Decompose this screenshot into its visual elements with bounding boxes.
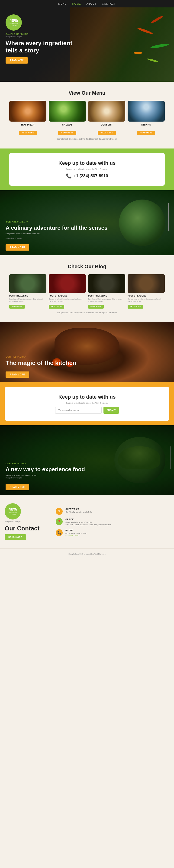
blog-sample-5: Sample small text. Lorem ipsum dolor sit… [49,298,86,303]
experience-sample: Sample text. Click to select the Text El… [6,474,85,476]
blog-headline-6: POST 6 HEADLINE [9,295,47,297]
keep-up-section-1: Keep up to date with us Sample text. Cli… [0,149,174,190]
email-input[interactable] [55,407,102,414]
experience-cta[interactable]: READ MORE [6,484,29,490]
nav-about[interactable]: ABOUT [87,2,96,5]
contact-img-credit: Image from Freepik [5,520,51,523]
phone-label: PHONE [65,529,86,532]
hero-label: SAMPLE HEADLINE [6,33,75,35]
drinks-label: DRINKS [127,123,165,126]
restaurant-section: OUR RESTAURANT A culinary adventure for … [0,190,174,255]
blog-sample-6: Sample small text. Lorem ipsum dolor sit… [9,298,47,303]
office-address: 100 Rock Street, 21 Avenue, New York, NY… [65,523,111,526]
keep-up-title-2: Keep up to date with us [9,394,165,400]
blog-img-3 [127,274,165,293]
hero-section: 40% BUSINESSLUNCH SAMPLE HEADLINE Image … [0,7,174,82]
nav-contact[interactable]: CONTACT [102,2,116,5]
kitchen-cta[interactable]: Read More [6,371,29,378]
experience-img-credit: Image from Freepik [6,477,85,479]
footer: Sample text. Click to select the Text El… [0,548,174,558]
experience-label: OUR RESTAURANT [6,462,85,465]
chat-text: Our friendly team is here to help. [65,511,92,513]
blog-title: Check Our Blog [5,264,169,270]
blog-post-4: POST 4 HEADLINE Sample small text. Lorem… [88,274,125,309]
hero-badge: 40% BUSINESSLUNCH [6,14,22,31]
kitchen-section: OUR RESTAURANT The magic of the kitchen … [0,322,174,382]
footer-text: Sample text. Click to select the Text El… [68,553,106,555]
submit-button[interactable]: SUBMIT [104,407,119,414]
restaurant-sample: Sample text. Click to select the Text El… [6,233,108,235]
blog-headline-4: POST 4 HEADLINE [88,295,125,297]
hero-title: Where every ingredient tells a story [6,40,75,54]
contact-chat: ✉ CHAT TO US Our friendly team is here t… [56,508,169,515]
phone-contact-icon: 📞 [56,529,63,536]
kitchen-content: OUR RESTAURANT The magic of the kitchen … [0,351,82,382]
keep-up-section-2: Keep up to date with us Sample text. Cli… [0,382,174,425]
blog-headline-3: POST 3 HEADLINE [127,295,165,297]
dessert-cta[interactable]: READ MORE [98,131,116,135]
navigation: MENU HOME ABOUT CONTACT [0,0,174,7]
menu-section: View Our Menu HOT PIZZA READ MORE SALADS… [0,82,174,149]
drinks-image [127,101,165,122]
keep-up-card-1: Keep up to date with us Sample text. Cli… [9,153,165,186]
keep-up-sample-1: Sample text. Click to select the Text El… [14,168,160,170]
hero-image [69,7,174,82]
phone-number-contact: +1234 567-8910 [65,535,86,537]
blog-cta-3[interactable]: READ MORE [127,305,143,309]
contact-grid: 40% BUSINESSLUNCH Image from Freepik Our… [5,503,169,540]
contact-left: 40% BUSINESSLUNCH Image from Freepik Our… [5,503,51,540]
blog-img-4 [88,274,125,293]
salad-label: SALADS [49,123,86,126]
keep-up-title-1: Keep up to date with us [14,160,160,166]
blog-headline-5: POST 5 HEADLINE [49,295,86,297]
blog-sample-4: Sample small text. Lorem ipsum dolor sit… [88,298,125,303]
pizza-cta[interactable]: READ MORE [19,131,37,135]
hero-img-credit: Image from Freepik [6,36,75,38]
nav-home[interactable]: HOME [72,2,81,5]
blog-img-6 [9,274,47,293]
hero-cta-button[interactable]: READ NOW [6,57,28,64]
location-icon: 📍 [56,518,63,525]
contact-right: ✉ CHAT TO US Our friendly team is here t… [56,503,169,540]
contact-title: Our Contact [5,525,51,532]
chat-label: CHAT TO US [65,508,92,510]
blog-sample-3: Sample small text. Lorem ipsum dolor sit… [127,298,165,303]
restaurant-cta[interactable]: Read More [6,244,29,251]
pizza-label: HOT PIZZA [9,123,47,126]
phone-number: +1 (234) 567-8910 [74,174,108,179]
experience-section: OUR RESTAURANT A new way to experience f… [0,425,174,495]
menu-item-salad: SALADS READ MORE [49,101,86,135]
phone-info: PHONE Mon-Fri from 8am to 5pm +1234 567-… [65,529,86,537]
drinks-cta[interactable]: READ MORE [137,131,155,135]
salad-image [49,101,86,122]
contact-section: 40% BUSINESSLUNCH Image from Freepik Our… [0,495,174,549]
dessert-image [88,101,125,122]
blog-post-3: POST 3 HEADLINE Sample small text. Lorem… [127,274,165,309]
hero-content: 40% BUSINESSLUNCH SAMPLE HEADLINE Image … [0,7,81,70]
phone-text: Mon-Fri from 8am to 5pm [65,532,86,535]
salad-cta[interactable]: READ MORE [58,131,76,135]
contact-phone: 📞 PHONE Mon-Fri from 8am to 5pm +1234 56… [56,529,169,537]
pizza-image [9,101,47,122]
keep-up-sample-2: Sample text. Click to select the Text El… [9,402,165,404]
blog-cta-4[interactable]: READ MORE [88,305,104,309]
contact-cta[interactable]: READ MORE [5,534,26,540]
menu-item-drinks: DRINKS READ MORE [127,101,165,135]
blog-section: Check Our Blog POST 6 HEADLINE Sample sm… [0,255,174,322]
keep-up-phone: 📞 +1 (234) 567-8910 [14,173,160,179]
restaurant-content: OUR RESTAURANT A culinary adventure for … [0,216,113,255]
blog-cta-6[interactable]: READ MORE [9,305,25,309]
email-row: SUBMIT [9,407,165,414]
blog-cta-5[interactable]: READ MORE [49,305,64,309]
restaurant-label: OUR RESTAURANT [6,221,108,223]
blog-grid: POST 6 HEADLINE Sample small text. Lorem… [5,274,169,309]
menu-title: View Our Menu [5,90,169,96]
restaurant-title: A culinary adventure for all the senses [6,225,108,231]
menu-item-dessert: DESSERT READ MORE [88,101,125,135]
experience-content: OUR RESTAURANT A new way to experience f… [0,458,90,495]
contact-office: 📍 OFFICE Come say hello at our office HQ… [56,518,169,526]
blog-post-5: POST 5 HEADLINE Sample small text. Lorem… [49,274,86,309]
chat-icon: ✉ [56,508,63,515]
office-text: Come say hello at our office HQ. [65,521,111,523]
nav-menu[interactable]: MENU [58,2,66,5]
